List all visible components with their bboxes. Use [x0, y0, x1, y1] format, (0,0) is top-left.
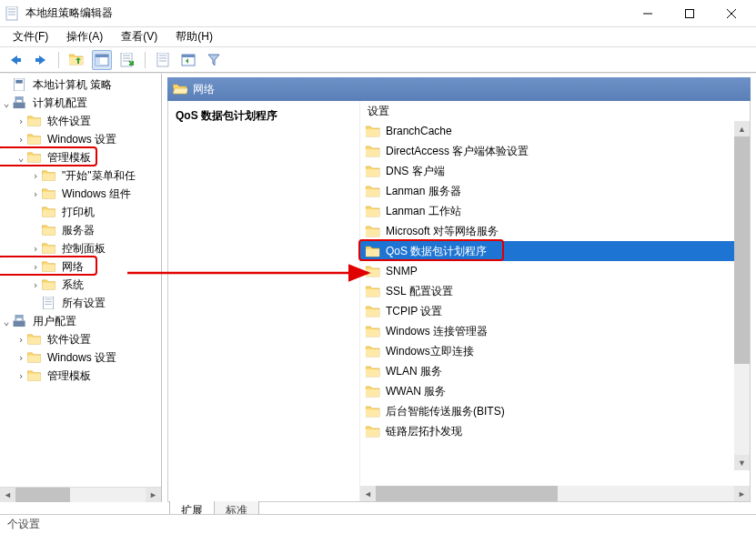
folder-icon: [27, 332, 42, 347]
menu-help[interactable]: 帮助(H): [166, 27, 222, 46]
maximize-button[interactable]: [669, 0, 711, 27]
tree-node-win-settings[interactable]: ›Windows 设置: [0, 130, 161, 148]
scroll-down-button[interactable]: ▼: [734, 455, 750, 470]
tree-view[interactable]: 本地计算机 策略⌄计算机配置›软件设置›Windows 设置⌄管理模板›"开始"…: [0, 74, 161, 487]
show-hide-tree-button[interactable]: [92, 50, 112, 70]
list-item-wlan[interactable]: WLAN 服务: [360, 361, 750, 381]
tree-node-label: 打印机: [60, 205, 96, 220]
expand-icon[interactable]: ›: [15, 116, 27, 127]
list-item-snmp[interactable]: SNMP: [360, 261, 750, 281]
export-list-button[interactable]: [117, 50, 137, 70]
list-vertical-scrollbar[interactable]: ▲ ▼: [734, 121, 750, 470]
tree-node-network[interactable]: ›网络: [0, 257, 161, 276]
list-item-dns[interactable]: DNS 客户端: [360, 161, 750, 181]
tree-node-label: 系统: [60, 277, 86, 293]
tree-node-ctrlpanel[interactable]: ›控制面板: [0, 239, 161, 257]
list-item-label: SSL 配置设置: [386, 284, 453, 299]
list-scroll-left-button[interactable]: ◄: [360, 486, 376, 501]
list-item-label: QoS 数据包计划程序: [386, 244, 487, 259]
expand-icon[interactable]: ›: [15, 370, 27, 382]
up-level-button[interactable]: [66, 50, 86, 70]
tree-node-sw-settings[interactable]: ›软件设置: [0, 112, 161, 130]
folder-icon: [366, 264, 380, 278]
tree-node-label: "开始"菜单和任: [60, 168, 137, 184]
expand-icon[interactable]: ›: [15, 334, 27, 346]
tree-node-all-settings[interactable]: 所有设置: [0, 294, 161, 312]
list-item-wcn[interactable]: Windows立即连接: [360, 341, 750, 361]
tree-horizontal-scrollbar[interactable]: ◄ ►: [0, 487, 161, 502]
list-item-bits[interactable]: 后台智能传送服务(BITS): [360, 401, 750, 421]
location-label: 网络: [193, 82, 215, 97]
expand-icon[interactable]: ›: [29, 261, 42, 273]
list-scroll-right-button[interactable]: ►: [734, 486, 750, 501]
close-button[interactable]: [711, 0, 752, 27]
folder-icon: [366, 404, 380, 418]
tree-node-u-sw[interactable]: ›软件设置: [0, 330, 161, 348]
list-item-lanman-srv[interactable]: Lanman 服务器: [360, 181, 750, 201]
titlebar: 本地组策略编辑器: [0, 0, 756, 27]
menu-action[interactable]: 操作(A): [57, 27, 112, 46]
minimize-button[interactable]: [627, 0, 669, 27]
list-item-directaccess[interactable]: DirectAccess 客户端体验设置: [360, 141, 750, 161]
list-item-p2p[interactable]: Microsoft 对等网络服务: [360, 221, 750, 241]
menu-file[interactable]: 文件(F): [4, 27, 57, 46]
svg-rect-13: [96, 55, 108, 57]
collapse-icon[interactable]: ⌄: [0, 97, 13, 109]
menu-view[interactable]: 查看(V): [112, 27, 166, 46]
tree-node-u-admin[interactable]: ›管理模板: [0, 367, 161, 385]
list-item-qos[interactable]: QoS 数据包计划程序: [360, 241, 750, 261]
filter-button[interactable]: [204, 50, 224, 70]
tree-node-computer-cfg[interactable]: ⌄计算机配置: [0, 94, 161, 112]
tree-node-printers[interactable]: 打印机: [0, 203, 161, 221]
expand-icon[interactable]: ›: [15, 134, 27, 146]
expand-icon[interactable]: ›: [29, 243, 42, 255]
expand-icon[interactable]: ›: [29, 188, 42, 200]
scroll-left-button[interactable]: ◄: [0, 488, 15, 502]
scroll-up-button[interactable]: ▲: [734, 121, 750, 136]
folder-icon: [173, 82, 187, 96]
expand-icon[interactable]: ›: [29, 170, 42, 182]
column-header-setting[interactable]: 设置: [360, 101, 750, 121]
config-icon: [13, 314, 27, 328]
tree-node-servers[interactable]: 服务器: [0, 221, 161, 239]
expand-icon[interactable]: ›: [29, 279, 42, 291]
folder-icon: [366, 144, 380, 158]
folder-icon: [42, 223, 56, 237]
forward-button[interactable]: [31, 50, 51, 70]
tree-node-start-menu[interactable]: ›"开始"菜单和任: [0, 166, 161, 185]
app-icon: [5, 6, 20, 21]
folder-icon: [27, 114, 42, 128]
detail-body: QoS 数据包计划程序 设置 BranchCacheDirectAccess 客…: [167, 101, 751, 502]
tree-node-win-comp[interactable]: ›Windows 组件: [0, 185, 161, 203]
list-item-lanman-ws[interactable]: Lanman 工作站: [360, 201, 750, 221]
list-item-wincm[interactable]: Windows 连接管理器: [360, 321, 750, 341]
tree-node-admin-tmpl[interactable]: ⌄管理模板: [0, 148, 161, 166]
status-text: 个设置: [7, 517, 40, 532]
list-item-lltd[interactable]: 链路层拓扑发现: [360, 421, 750, 441]
tree-node-system[interactable]: ›系统: [0, 276, 161, 294]
tree-node-label: 服务器: [60, 223, 96, 238]
back-button[interactable]: [5, 50, 25, 70]
policy-icon: [13, 77, 27, 92]
scroll-right-button[interactable]: ►: [146, 488, 161, 502]
folder-icon: [366, 424, 380, 438]
folder-icon: [27, 150, 42, 165]
collapse-icon[interactable]: ⌄: [15, 152, 27, 164]
folder-icon: [366, 324, 380, 338]
help-toolbar-button[interactable]: [178, 50, 198, 70]
tree-node-user-cfg[interactable]: ⌄用户配置: [0, 312, 161, 330]
list-item-wwan[interactable]: WWAN 服务: [360, 381, 750, 401]
tree-node-root[interactable]: 本地计算机 策略: [0, 76, 161, 94]
expand-icon[interactable]: ›: [15, 352, 27, 364]
list-item-label: SNMP: [386, 265, 418, 277]
list-horizontal-scrollbar[interactable]: ◄ ►: [360, 486, 750, 501]
tree-node-u-win[interactable]: ›Windows 设置: [0, 348, 161, 367]
list-item-ssl[interactable]: SSL 配置设置: [360, 281, 750, 301]
folder-icon: [366, 224, 380, 238]
list-item-branchcache[interactable]: BranchCache: [360, 121, 750, 141]
collapse-icon[interactable]: ⌄: [0, 316, 13, 327]
properties-button[interactable]: [153, 50, 173, 70]
folder-icon: [42, 259, 56, 274]
settings-list[interactable]: BranchCacheDirectAccess 客户端体验设置DNS 客户端La…: [360, 121, 750, 486]
list-item-tcpip[interactable]: TCPIP 设置: [360, 301, 750, 321]
